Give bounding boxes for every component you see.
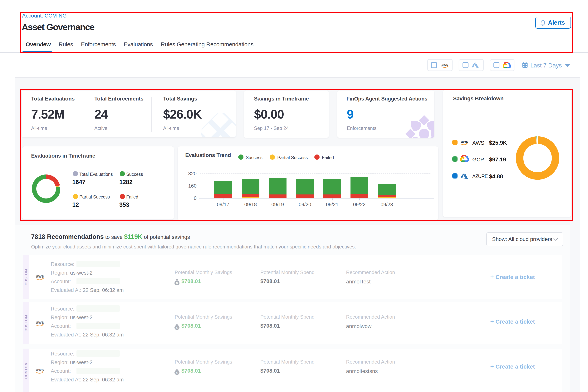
svg-text:$: $ <box>176 371 178 374</box>
svg-text:$: $ <box>176 281 178 284</box>
svg-text:aws: aws <box>36 367 44 372</box>
svg-text:aws: aws <box>442 62 448 66</box>
svg-text:aws: aws <box>36 320 44 325</box>
svg-text:$: $ <box>176 326 178 329</box>
svg-text:aws: aws <box>36 274 44 279</box>
svg-text:aws: aws <box>460 139 468 144</box>
